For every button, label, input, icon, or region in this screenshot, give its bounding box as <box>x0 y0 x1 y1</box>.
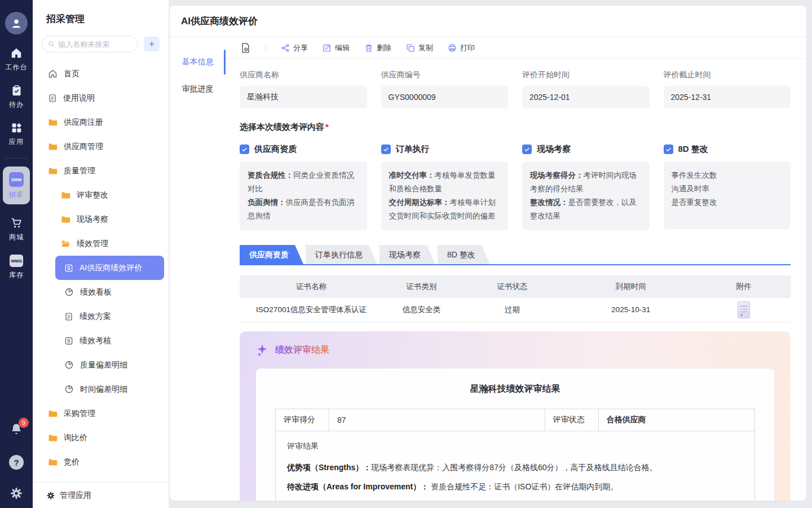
rail-item-mall[interactable]: 商城 <box>9 217 24 242</box>
score-label: 评审得分 <box>276 409 329 431</box>
copy-button[interactable]: 复制 <box>406 43 433 53</box>
sidebar-item-inquiry[interactable]: 询比价 <box>33 426 169 450</box>
detail-side-tabs: 基本信息 审批进度 <box>170 37 226 501</box>
printer-icon <box>448 43 457 52</box>
review-panel: 绩效评审结果 星瀚科技绩效评审结果 评审得分 87 评审状态 合格供应商 <box>240 331 791 501</box>
supplier-code-value: GYS0000009 <box>381 86 509 108</box>
pie-chart-icon <box>64 384 74 394</box>
check-icon <box>383 146 389 152</box>
wms-badge: WMS <box>10 255 23 267</box>
sidebar-search[interactable] <box>42 36 138 52</box>
sidebar-item-instructions[interactable]: 使用说明 <box>33 86 169 110</box>
notifications-button[interactable]: 9 <box>10 422 23 436</box>
delete-button[interactable]: 删除 <box>364 43 391 53</box>
page-title: AI供应商绩效评价 <box>181 15 258 28</box>
sidebar-item-performance-plan[interactable]: 绩效方案 <box>33 304 169 329</box>
tab-basic-info[interactable]: 基本信息 <box>170 49 226 76</box>
required-mark: * <box>325 122 329 132</box>
sidebar-item-supplier-register[interactable]: 供应商注册 <box>33 110 169 134</box>
supplier-name-value: 星瀚科技 <box>240 86 367 108</box>
col-cert-expire: 到期时间 <box>564 275 696 298</box>
folder-icon <box>48 457 58 467</box>
cart-icon <box>10 217 23 229</box>
check-icon <box>241 146 248 152</box>
rail-item-apps[interactable]: 应用 <box>9 122 24 147</box>
tab-order-execution[interactable]: 订单执行信息 <box>306 245 377 264</box>
sidebar: 招采管理 + 首页 使用说明 供应商注册 供应商管理 质量管理 <box>33 0 169 508</box>
toolbar-divider <box>266 43 266 53</box>
print-button[interactable]: 打印 <box>448 43 475 53</box>
tab-approval-progress[interactable]: 审批进度 <box>170 76 226 103</box>
sidebar-item-time-deviation[interactable]: 时间偏差明细 <box>33 377 169 401</box>
check-card-qualification: 供应商资质 资质合规性：同类企业资质情况对比 负面舆情：供应商是否有负面消息舆情 <box>240 144 367 230</box>
tab-8d-rectify[interactable]: 8D 整改 <box>438 245 490 264</box>
search-input[interactable] <box>58 40 132 49</box>
pie-chart-icon <box>64 360 74 370</box>
folder-icon <box>48 166 58 176</box>
search-icon <box>48 40 55 48</box>
gear-icon <box>46 491 55 500</box>
preview-document-icon[interactable] <box>240 42 251 54</box>
attachment-thumbnail[interactable] <box>738 301 750 318</box>
col-cert-name: 证书名称 <box>240 275 383 298</box>
help-button[interactable]: ? <box>9 455 24 470</box>
check-card-order: 订单执行 准时交付率：考核每单发货数量和质检合格数量 交付周期达标率：考核每单计… <box>381 144 509 230</box>
rail-item-inventory[interactable]: WMS 库存 <box>9 255 24 280</box>
folder-icon <box>61 190 70 200</box>
clipboard-check-icon <box>11 85 23 97</box>
cert-expire-cell: 2025-10-31 <box>564 298 696 322</box>
home-icon <box>10 47 23 59</box>
cert-status-cell: 过期 <box>460 298 565 322</box>
edit-button[interactable]: 编辑 <box>323 43 350 53</box>
result-label: 评审结果 <box>287 441 743 452</box>
sidebar-item-bidding[interactable]: 竞价 <box>33 450 169 474</box>
settings-gear-icon[interactable] <box>10 487 23 500</box>
result-line-improvement: 待改进项（Areas for Improvement）： 资质合规性不足：证书（… <box>287 481 743 493</box>
sidebar-item-quality-deviation[interactable]: 质量偏差明细 <box>33 353 169 377</box>
folder-icon <box>48 142 58 151</box>
sidebar-item-ai-supplier-evaluation[interactable]: AI供应商绩效评价 <box>55 256 164 280</box>
apps-grid-icon <box>11 122 23 134</box>
rail-item-workbench[interactable]: 工作台 <box>6 47 28 72</box>
review-section-title: 绩效评审结果 <box>275 344 329 356</box>
sidebar-item-performance-board[interactable]: 绩效看板 <box>33 280 169 304</box>
rail-item-procurement[interactable]: SRM 招采 <box>3 167 30 204</box>
share-button[interactable]: 分享 <box>281 43 308 53</box>
check-card-desc: 现场考察得分：考评时间内现场考察的得分结果 整改情况：是否需要整改，以及整改结果 <box>522 161 650 230</box>
add-button[interactable]: + <box>144 37 160 51</box>
certificate-table: 证书名称 证书类别 证书状态 到期时间 附件 ISO27001信息安全管理体系认… <box>240 275 791 322</box>
tab-supplier-qualification[interactable]: 供应商资质 <box>240 245 303 264</box>
field-supplier-code: 供应商编号 GYS0000009 <box>381 70 509 108</box>
sidebar-item-performance-assess[interactable]: 绩效考核 <box>33 329 169 353</box>
sidebar-item-home[interactable]: 首页 <box>33 62 169 86</box>
rail-bottom: 9 ? <box>9 422 24 508</box>
sidebar-item-site-visit[interactable]: 现场考察 <box>33 207 169 231</box>
sidebar-item-supplier-manage[interactable]: 供应商管理 <box>33 134 169 159</box>
rail-item-todo[interactable]: 待办 <box>9 85 24 110</box>
checkbox-checked[interactable] <box>522 144 532 154</box>
tab-site-visit[interactable]: 现场考察 <box>379 245 435 264</box>
home-outline-icon <box>48 69 58 78</box>
avatar[interactable] <box>5 12 28 34</box>
share-icon <box>281 43 290 52</box>
manage-apps-button[interactable]: 管理应用 <box>33 482 169 508</box>
checkbox-checked[interactable] <box>664 144 673 154</box>
sidebar-item-performance-manage[interactable]: 绩效管理 <box>33 231 169 256</box>
col-cert-attachment: 附件 <box>697 275 791 298</box>
col-cert-status: 证书状态 <box>460 275 565 298</box>
check-card-desc: 资质合规性：同类企业资质情况对比 负面舆情：供应商是否有负面消息舆情 <box>240 161 367 230</box>
checkbox-checked[interactable] <box>240 144 249 154</box>
checkbox-checked[interactable] <box>381 144 391 154</box>
notification-badge: 9 <box>19 418 29 428</box>
field-supplier-name: 供应商名称 星瀚科技 <box>240 70 367 108</box>
sidebar-item-purchase-manage[interactable]: 采购管理 <box>33 401 169 426</box>
check-card-desc: 事件发生次数 沟通及时率 是否重复整改 <box>664 161 791 229</box>
field-eval-end: 评价截止时间 2025-12-31 <box>664 70 791 108</box>
check-card-8d: 8D 整改 事件发生次数 沟通及时率 是否重复整改 <box>664 144 791 230</box>
sidebar-item-review-rectify[interactable]: 评审整改 <box>33 183 169 207</box>
rail-divider <box>5 158 28 159</box>
pie-chart-icon <box>64 287 74 297</box>
app-rail: 工作台 待办 应用 SRM 招采 商城 WMS 库存 9 ? <box>0 0 33 508</box>
sidebar-item-quality-manage[interactable]: 质量管理 <box>33 159 169 183</box>
folder-icon <box>61 214 70 224</box>
